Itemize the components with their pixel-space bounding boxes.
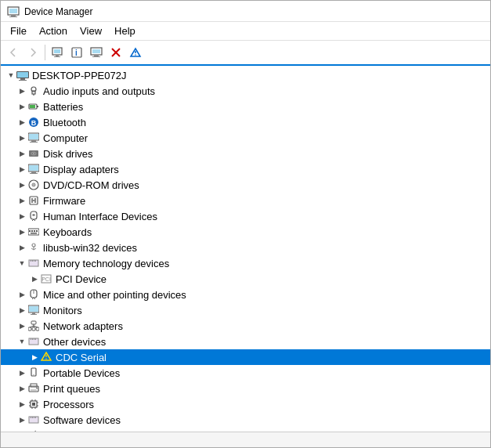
window-icon (7, 5, 20, 18)
svg-rect-5 (54, 49, 60, 53)
tree-item-display[interactable]: ▶ Display adapters (1, 161, 490, 177)
svg-point-93 (45, 358, 47, 359)
svg-rect-58 (36, 230, 38, 232)
dvd-label: DVD/CD-ROM drives (43, 179, 139, 191)
svg-rect-56 (31, 230, 33, 232)
mice-icon (27, 288, 40, 301)
svg-rect-114 (35, 417, 36, 418)
print-label: Print queues (43, 383, 100, 395)
tree-item-cdc[interactable]: ▶ CDC Serial (1, 349, 490, 365)
pci-icon: PCI (40, 273, 52, 285)
tree-item-batteries[interactable]: ▶ Batteries (1, 99, 490, 114)
menu-help[interactable]: Help (108, 23, 142, 38)
properties-button[interactable]: i (67, 43, 86, 62)
display-expand-icon[interactable]: ▶ (16, 164, 27, 175)
portable-expand-icon[interactable]: ▶ (16, 367, 27, 378)
display-icon (27, 163, 40, 175)
tree-item-other[interactable]: ▼ Other devices (1, 334, 490, 349)
tree-item-hid[interactable]: ▶ Human Interface Devices (1, 208, 490, 224)
tree-item-audio[interactable]: ▶ Audio inputs and outputs (1, 83, 490, 99)
firmware-icon (27, 194, 40, 207)
svg-rect-76 (29, 306, 38, 312)
tree-item-dvd[interactable]: ▶ DVD/CD-ROM drives (1, 177, 490, 193)
batteries-label: Batteries (43, 101, 83, 113)
tree-item-network[interactable]: ▶ Network adapters (1, 318, 490, 334)
computer-expand-icon[interactable]: ▶ (16, 132, 27, 143)
cdc-label: CDC Serial (56, 352, 107, 363)
tree-item-libusb[interactable]: ▶ libusb-win32 devices (1, 240, 490, 255)
software-label: Software devices (43, 414, 121, 426)
print-expand-icon[interactable]: ▶ (16, 383, 27, 394)
svg-rect-32 (29, 134, 38, 139)
tree-root[interactable]: ▼ DESKTOP-PPE072J (1, 67, 490, 83)
network-expand-icon[interactable]: ▶ (16, 320, 27, 331)
uninstall-button[interactable] (107, 43, 125, 62)
forward-button[interactable] (23, 43, 42, 62)
cdc-expand-icon[interactable]: ▶ (29, 352, 40, 363)
root-expand-icon[interactable]: ▼ (5, 70, 16, 81)
firmware-label: Firmware (43, 195, 85, 207)
svg-text:i: i (75, 49, 78, 57)
audio-icon (27, 85, 40, 97)
update-driver-button[interactable] (87, 43, 106, 62)
cdc-icon (40, 351, 52, 363)
processors-expand-icon[interactable]: ▶ (16, 399, 27, 410)
show-computer-button[interactable] (48, 43, 67, 62)
tree-item-computer[interactable]: ▶ Computer (1, 130, 490, 146)
libusb-expand-icon[interactable]: ▶ (16, 242, 27, 253)
tree-item-monitors[interactable]: ▶ Monitors (1, 302, 490, 318)
tree-item-mice[interactable]: ▶ Mice and other pointing devices (1, 287, 490, 302)
hid-icon (27, 210, 40, 222)
tree-item-portable[interactable]: ▶ Portable Devices (1, 365, 490, 381)
hid-label: Human Interface Devices (43, 211, 157, 222)
portable-icon (27, 367, 40, 379)
memory-expand-icon[interactable]: ▼ (16, 258, 27, 269)
tree-item-software[interactable]: ▶ Software devices (1, 412, 490, 428)
bluetooth-expand-icon[interactable]: ▶ (16, 117, 27, 128)
monitors-expand-icon[interactable]: ▶ (16, 305, 27, 316)
svg-rect-40 (31, 172, 36, 173)
tree-item-keyboards[interactable]: ▶ Keyboards (1, 224, 490, 240)
svg-rect-57 (34, 230, 35, 232)
firmware-expand-icon[interactable]: ▶ (16, 195, 27, 206)
svg-point-37 (33, 153, 34, 154)
batteries-expand-icon[interactable]: ▶ (16, 101, 27, 112)
menu-bar: File Action View Help (1, 22, 490, 41)
software-expand-icon[interactable]: ▶ (16, 414, 27, 425)
libusb-icon (27, 241, 40, 254)
tree-item-memory[interactable]: ▼ Memory technology devices (1, 255, 490, 271)
device-manager-window: Device Manager File Action View Help (0, 0, 491, 448)
svg-rect-6 (56, 55, 59, 56)
svg-text:B: B (31, 119, 37, 127)
audio-expand-icon[interactable]: ▶ (16, 85, 27, 96)
hid-expand-icon[interactable]: ▶ (16, 211, 27, 222)
tree-item-bluetooth[interactable]: ▶ B Bluetooth (1, 114, 490, 130)
dvd-expand-icon[interactable]: ▶ (16, 179, 27, 190)
svg-rect-3 (9, 16, 17, 17)
menu-file[interactable]: File (4, 23, 33, 38)
mice-expand-icon[interactable]: ▶ (16, 289, 27, 300)
tree-item-print[interactable]: ▶ Print queues (1, 381, 490, 396)
scan-hardware-button[interactable] (126, 43, 145, 62)
memory-icon (27, 257, 40, 269)
menu-action[interactable]: Action (33, 23, 74, 38)
keyboards-expand-icon[interactable]: ▶ (16, 226, 27, 237)
device-tree-panel[interactable]: ▼ DESKTOP-PPE072J ▶ (1, 66, 490, 432)
tree-item-firmware[interactable]: ▶ Firmware (1, 193, 490, 208)
svg-rect-82 (32, 327, 35, 331)
tree-item-pci[interactable]: ▶ PCI PCI Device (1, 271, 490, 287)
svg-rect-34 (30, 142, 38, 143)
tree-item-disk[interactable]: ▶ Disk drives (1, 146, 490, 161)
disk-expand-icon[interactable]: ▶ (16, 148, 27, 159)
svg-rect-88 (32, 338, 33, 340)
menu-view[interactable]: View (74, 23, 108, 38)
svg-rect-28 (30, 105, 35, 108)
monitors-icon (27, 304, 40, 316)
libusb-label: libusb-win32 devices (43, 242, 137, 254)
tree-item-processors[interactable]: ▶ Processors (1, 396, 490, 412)
svg-rect-66 (32, 260, 33, 262)
pci-expand-icon[interactable]: ▶ (29, 273, 40, 284)
svg-rect-98 (31, 389, 37, 391)
other-expand-icon[interactable]: ▼ (16, 336, 27, 347)
back-button[interactable] (4, 43, 23, 62)
